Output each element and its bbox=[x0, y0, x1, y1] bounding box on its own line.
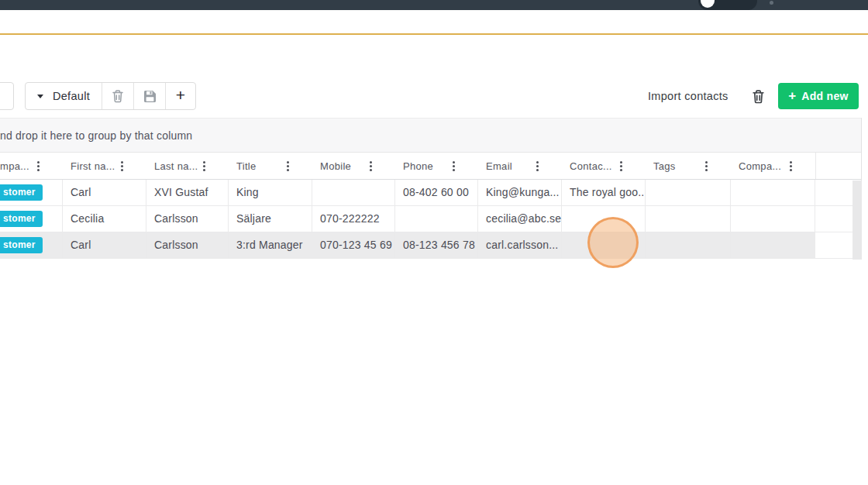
cell-mobile: 070-222222 bbox=[312, 206, 395, 232]
theme-toggle[interactable] bbox=[698, 0, 757, 10]
cell-tags bbox=[646, 232, 731, 259]
cell-contact: The royal goo... bbox=[562, 180, 646, 206]
table-row[interactable]: stomer Carl XVI Gustaf King 08-402 60 00… bbox=[0, 180, 861, 206]
column-header-company[interactable]: Compa... bbox=[731, 153, 815, 179]
column-label: Contac... bbox=[570, 160, 612, 172]
column-header-mobile[interactable]: Mobile bbox=[312, 153, 395, 179]
cell-filler bbox=[815, 206, 852, 232]
cell-email: King@kunga... bbox=[478, 180, 562, 206]
column-header-phone[interactable]: Phone bbox=[395, 153, 478, 179]
cell-company bbox=[731, 180, 815, 206]
cell-filler bbox=[815, 232, 852, 259]
cell-last-name: XVI Gustaf bbox=[146, 180, 229, 206]
cell-email: carl.carlsson... bbox=[478, 232, 562, 259]
column-label: Email bbox=[486, 160, 512, 172]
trash-icon bbox=[112, 89, 124, 103]
accent-divider bbox=[0, 33, 868, 35]
column-header-email[interactable]: Email bbox=[478, 153, 562, 179]
partial-icon bbox=[770, 1, 773, 5]
column-label: Phone bbox=[403, 160, 433, 172]
column-label: Tags bbox=[653, 160, 676, 172]
add-new-label: Add new bbox=[801, 90, 848, 102]
plus-icon: + bbox=[176, 86, 185, 105]
cell-title: King bbox=[229, 180, 312, 206]
cell-first-name: Carl bbox=[63, 180, 146, 206]
cell-title: Säljare bbox=[229, 206, 312, 232]
toggle-knob-icon bbox=[701, 0, 715, 8]
column-label: Mobile bbox=[320, 160, 351, 172]
table-row[interactable]: stomer Cecilia Carlsson Säljare 070-2222… bbox=[0, 206, 861, 232]
column-menu-icon[interactable] bbox=[790, 161, 792, 171]
column-label: First na... bbox=[71, 160, 115, 172]
partial-toolbar-button[interactable] bbox=[0, 82, 14, 110]
column-menu-icon[interactable] bbox=[620, 161, 622, 171]
column-label: Compa... bbox=[739, 160, 781, 172]
column-menu-icon[interactable] bbox=[370, 161, 372, 171]
click-indicator bbox=[587, 217, 639, 268]
header-spacer bbox=[815, 153, 861, 179]
cell-phone bbox=[395, 206, 478, 232]
cell-first-name: Cecilia bbox=[63, 206, 146, 232]
column-menu-icon[interactable] bbox=[287, 161, 289, 171]
column-menu-icon[interactable] bbox=[37, 161, 40, 171]
import-contacts-link[interactable]: Import contacts bbox=[648, 82, 728, 110]
column-menu-icon[interactable] bbox=[203, 161, 205, 171]
cell-tags bbox=[646, 206, 731, 232]
column-label: mpa... bbox=[0, 160, 29, 172]
column-header-last-name[interactable]: Last na... bbox=[146, 153, 229, 179]
cell-mobile bbox=[312, 180, 395, 206]
cell-mobile: 070-123 45 69 bbox=[312, 232, 395, 259]
view-selector-label: Default bbox=[53, 90, 90, 102]
column-header-first-name[interactable]: First na... bbox=[63, 153, 146, 179]
table-row[interactable]: stomer Carl Carlsson 3:rd Manager 070-12… bbox=[0, 232, 861, 259]
add-new-button[interactable]: + Add new bbox=[778, 83, 859, 109]
cell-phone: 08-402 60 00 bbox=[395, 180, 478, 206]
cell-company bbox=[731, 232, 815, 259]
cell-company bbox=[731, 206, 815, 232]
cell-filler bbox=[815, 180, 852, 206]
column-header-company-type[interactable]: mpa... bbox=[0, 153, 63, 179]
column-label: Title bbox=[236, 160, 257, 172]
view-toolbar: Default + bbox=[25, 82, 196, 110]
save-icon bbox=[144, 91, 156, 102]
column-menu-icon[interactable] bbox=[121, 161, 123, 171]
cell-last-name: Carlsson bbox=[146, 206, 229, 232]
cell-phone: 08-123 456 78 bbox=[395, 232, 478, 259]
customer-badge: stomer bbox=[0, 184, 43, 201]
plus-icon: + bbox=[788, 89, 796, 104]
chevron-down-icon bbox=[37, 95, 43, 98]
contacts-grid: nd drop it here to group by that column … bbox=[0, 118, 862, 259]
customer-badge: stomer bbox=[0, 237, 43, 253]
group-by-hint: nd drop it here to group by that column bbox=[0, 129, 192, 142]
customer-badge: stomer bbox=[0, 211, 43, 227]
column-header-contact[interactable]: Contac... bbox=[562, 153, 646, 179]
column-header-title[interactable]: Title bbox=[229, 153, 312, 179]
app-window: Default + Im bbox=[0, 0, 868, 485]
column-label: Last na... bbox=[154, 160, 198, 172]
column-menu-icon[interactable] bbox=[536, 161, 539, 171]
topbar bbox=[0, 0, 868, 10]
group-by-dropzone: nd drop it here to group by that column bbox=[0, 118, 861, 153]
cell-first-name: Carl bbox=[63, 232, 146, 259]
cell-email: cecilia@abc.se bbox=[478, 206, 562, 232]
column-menu-icon[interactable] bbox=[705, 161, 708, 171]
cell-last-name: Carlsson bbox=[146, 232, 229, 259]
cell-title: 3:rd Manager bbox=[229, 232, 312, 259]
vertical-scrollbar[interactable] bbox=[852, 181, 862, 260]
delete-contacts-button[interactable] bbox=[749, 82, 766, 110]
cell-tags bbox=[646, 180, 731, 206]
column-header-tags[interactable]: Tags bbox=[646, 153, 731, 179]
trash-icon bbox=[752, 89, 765, 104]
view-selector-dropdown[interactable]: Default bbox=[26, 83, 102, 109]
delete-view-button[interactable] bbox=[102, 83, 133, 109]
save-view-button[interactable] bbox=[133, 83, 165, 109]
table-header-row: mpa... First na... Last na... Title Mobi… bbox=[0, 153, 861, 180]
add-view-button[interactable]: + bbox=[165, 83, 195, 109]
column-menu-icon[interactable] bbox=[453, 161, 455, 171]
